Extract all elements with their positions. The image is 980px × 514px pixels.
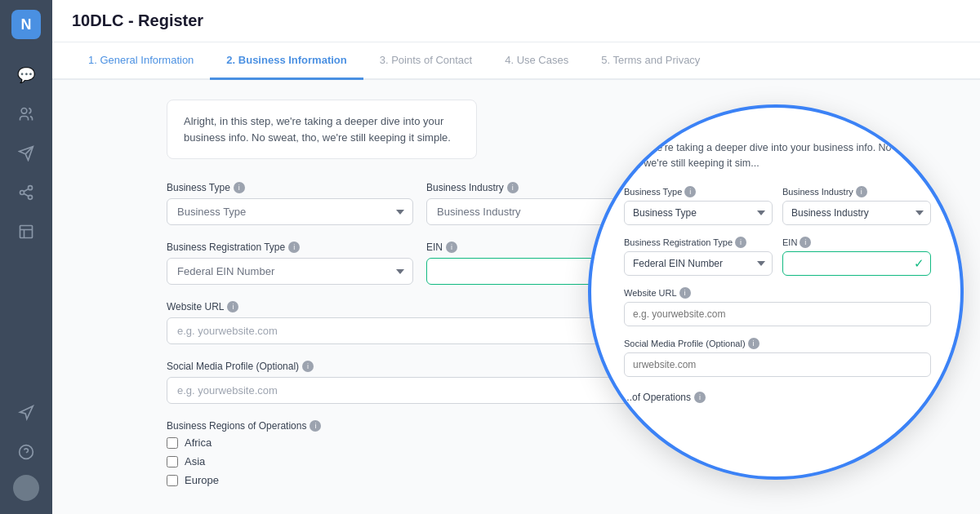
page-header: 10DLC - Register <box>52 0 980 42</box>
zoom-ein-label: EIN i <box>782 237 931 248</box>
zoom-business-type-select[interactable]: Business Type <box>624 201 773 225</box>
zoom-social-input[interactable] <box>624 352 931 377</box>
zoom-ops-info-icon[interactable]: i <box>694 392 706 403</box>
zoom-business-industry-info-icon[interactable]: i <box>856 186 867 197</box>
svg-line-7 <box>24 188 29 191</box>
social-media-group: Social Media Profile (Optional) i <box>167 361 673 404</box>
tab-contact[interactable]: 3. Points of Contact <box>363 42 488 80</box>
zoom-row-social: Social Media Profile (Optional) i <box>624 338 931 377</box>
page-title: 10DLC - Register <box>72 11 203 29</box>
business-reg-type-info-icon[interactable]: i <box>288 241 300 253</box>
checkbox-europe: Europe <box>167 474 673 486</box>
zoom-business-type-info-icon[interactable]: i <box>684 186 696 197</box>
help-icon[interactable] <box>10 436 42 468</box>
social-media-label: Social Media Profile (Optional) i <box>167 361 673 372</box>
zoom-website-group: Website URL i <box>624 287 931 326</box>
africa-checkbox[interactable] <box>167 437 178 449</box>
zoom-business-industry-select[interactable]: Business Industry <box>782 201 931 225</box>
zoom-ein-info-icon[interactable]: i <box>800 237 811 248</box>
zoom-reg-type-label: Business Registration Type i <box>624 237 773 248</box>
zoom-row-type-industry: Business Type i Business Type Business I… <box>624 186 931 225</box>
form-area: Alright, in this step, we're taking a de… <box>52 80 980 514</box>
regions-info-icon[interactable]: i <box>310 420 321 432</box>
zoom-social-label: Social Media Profile (Optional) i <box>624 338 931 349</box>
social-media-input[interactable] <box>167 377 673 404</box>
zoom-reg-type-select[interactable]: Federal EIN Number <box>624 251 773 276</box>
form-row-social: Social Media Profile (Optional) i <box>167 361 673 404</box>
building-icon[interactable] <box>10 215 42 248</box>
regions-group: Business Regions of Operations i Africa … <box>167 420 673 486</box>
regions-label: Business Regions of Operations i <box>167 420 673 432</box>
sidebar: N 💬 <box>0 0 52 514</box>
ein-info-icon[interactable]: i <box>446 241 457 253</box>
main-content: 10DLC - Register 1. General Information … <box>52 0 980 514</box>
business-reg-type-select[interactable]: Federal EIN Number <box>167 258 413 285</box>
zoom-website-input[interactable] <box>624 302 931 326</box>
zoom-ein-input-wrap: 123456789 ✓ <box>782 251 931 276</box>
svg-rect-8 <box>20 226 33 238</box>
asia-checkbox[interactable] <box>167 456 178 467</box>
europe-checkbox[interactable] <box>167 475 178 486</box>
zoom-info-text: ...ep, we're taking a deeper dive into y… <box>624 140 931 171</box>
info-box: Alright, in this step, we're taking a de… <box>167 100 477 159</box>
users-icon[interactable] <box>10 98 42 131</box>
zoom-business-type-label: Business Type i <box>624 186 773 197</box>
website-url-info-icon[interactable]: i <box>227 301 238 312</box>
checkbox-asia: Asia <box>167 455 673 467</box>
zoom-row-website: Website URL i <box>624 287 931 326</box>
zoom-ein-input[interactable]: 123456789 <box>782 251 931 276</box>
app-logo[interactable]: N <box>11 10 41 39</box>
zoom-reg-type-info-icon[interactable]: i <box>735 237 746 248</box>
checkbox-africa: Africa <box>167 436 673 449</box>
chat-icon[interactable]: 💬 <box>10 59 42 91</box>
zoom-business-industry-label: Business Industry i <box>782 186 931 197</box>
zoom-ein-check-icon: ✓ <box>914 256 924 271</box>
tab-terms[interactable]: 5. Terms and Privacy <box>585 42 716 80</box>
tab-usecases[interactable]: 4. Use Cases <box>488 42 585 80</box>
business-reg-type-label: Business Registration Type i <box>167 241 413 253</box>
share-icon[interactable] <box>10 176 42 209</box>
business-type-select[interactable]: Business Type <box>167 198 413 225</box>
tab-business[interactable]: 2. Business Information <box>210 42 363 80</box>
zoom-ein-group: EIN i 123456789 ✓ <box>782 237 931 276</box>
tabs-bar: 1. General Information 2. Business Infor… <box>52 42 980 80</box>
zoom-website-label: Website URL i <box>624 287 931 299</box>
svg-point-0 <box>21 109 27 114</box>
business-type-label: Business Type i <box>167 182 413 193</box>
zoom-social-info-icon[interactable]: i <box>748 338 760 349</box>
business-type-info-icon[interactable]: i <box>234 182 245 193</box>
avatar[interactable] <box>13 475 39 501</box>
megaphone-icon[interactable] <box>10 397 42 429</box>
zoom-business-industry-group: Business Industry i Business Industry <box>782 186 931 225</box>
svg-point-4 <box>20 191 24 195</box>
svg-point-5 <box>29 195 33 199</box>
social-media-info-icon[interactable]: i <box>302 361 314 372</box>
zoom-row-reg-ein: Business Registration Type i Federal EIN… <box>624 237 931 276</box>
tab-general[interactable]: 1. General Information <box>72 42 210 80</box>
business-type-group: Business Type i Business Type <box>167 182 413 225</box>
svg-line-6 <box>24 193 29 196</box>
svg-point-3 <box>29 186 33 190</box>
zoom-website-info-icon[interactable]: i <box>679 287 691 299</box>
zoom-reg-type-group: Business Registration Type i Federal EIN… <box>624 237 773 276</box>
business-industry-info-icon[interactable]: i <box>507 182 519 193</box>
business-reg-type-group: Business Registration Type i Federal EIN… <box>167 241 413 285</box>
zoom-business-type-group: Business Type i Business Type <box>624 186 773 225</box>
form-row-type-industry: Business Type i Business Type Business I… <box>167 182 673 225</box>
send-icon[interactable] <box>10 137 42 170</box>
zoom-social-group: Social Media Profile (Optional) i <box>624 338 931 377</box>
zoom-ops-label: ...of Operations i <box>624 392 931 403</box>
zoom-circle-overlay: ...ep, we're taking a deeper dive into y… <box>588 104 964 480</box>
